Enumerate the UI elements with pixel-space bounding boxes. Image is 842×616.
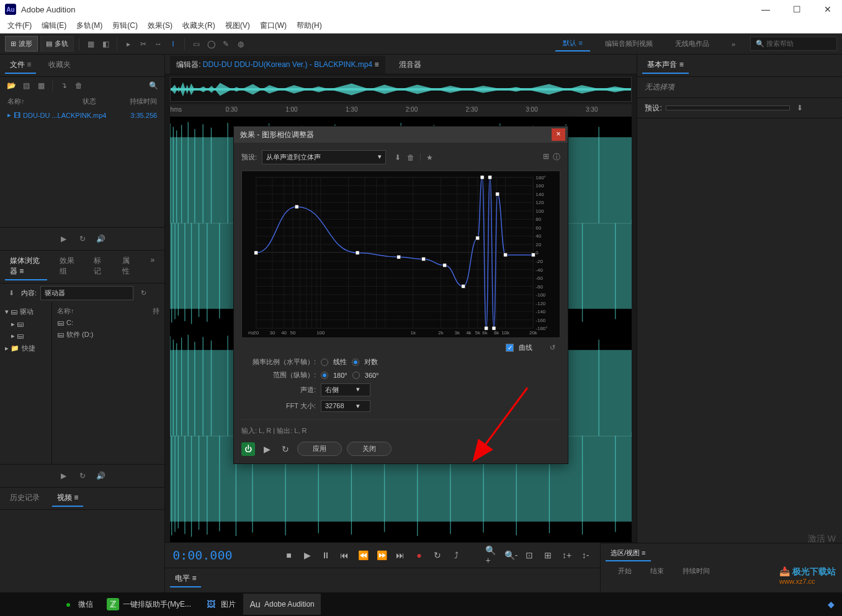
new-file-icon[interactable]: ▤	[20, 79, 32, 92]
tray-icon[interactable]: ◆	[825, 598, 837, 610]
properties-tab[interactable]: 属性	[117, 253, 138, 280]
effect-power-button[interactable]: ⏻	[241, 442, 255, 456]
record-button[interactable]: ●	[412, 548, 426, 562]
range-180-radio[interactable]	[321, 372, 328, 379]
marquee-tool-icon[interactable]: ▭	[190, 38, 202, 50]
es-preset-menu-icon[interactable]: ⬇	[794, 102, 806, 114]
zoom-in-icon[interactable]: 🔍+	[485, 548, 499, 562]
workspace-radio[interactable]: 无线电作品	[668, 37, 717, 51]
taskbar-typeset[interactable]: ℤ一键排版助手(MyE...	[101, 594, 197, 615]
hud-icon[interactable]: ▦	[84, 38, 97, 50]
menu-multitrack[interactable]: 多轨(M)	[71, 19, 107, 32]
zoom-out-icon[interactable]: 🔍-	[504, 548, 517, 562]
mb-loop-icon[interactable]: ↻	[76, 470, 89, 482]
effect-loop-button[interactable]: ↻	[279, 442, 292, 456]
goto-start-button[interactable]: ⏮	[338, 548, 351, 562]
zoom-out-v-icon[interactable]: ↕-	[578, 548, 592, 562]
forward-button[interactable]: ⏩	[375, 548, 388, 562]
waveform-overview[interactable]	[170, 77, 632, 102]
lasso-tool-icon[interactable]: ◯	[205, 38, 217, 50]
channel-select[interactable]: 右侧▾	[321, 383, 370, 396]
fft-select[interactable]: 32768▾	[321, 400, 370, 412]
apply-button[interactable]: 应用	[297, 442, 342, 456]
play-button[interactable]: ▶	[300, 548, 314, 562]
time-select-tool-icon[interactable]: I	[167, 38, 179, 50]
dialog-titlebar[interactable]: 效果 - 图形相位调整器 ×	[234, 127, 568, 143]
zoom-sel-icon[interactable]: ⊞	[541, 548, 555, 562]
es-preset-select[interactable]	[666, 105, 790, 110]
preset-save-icon[interactable]: ⬇	[393, 152, 402, 163]
mini-autoplay-icon[interactable]: 🔊	[95, 233, 107, 245]
mb-autoplay-icon[interactable]: 🔊	[95, 470, 107, 482]
files-col-name[interactable]: 名称↑	[7, 97, 83, 106]
files-col-status[interactable]: 状态	[83, 97, 114, 106]
video-tab[interactable]: 视频 ≡	[52, 490, 83, 507]
taskbar-audition[interactable]: AuAdobe Audition	[243, 594, 321, 615]
history-tab[interactable]: 历史记录	[5, 490, 45, 507]
files-col-duration[interactable]: 持续时间	[114, 97, 157, 106]
reset-icon[interactable]: ↺	[550, 344, 555, 352]
menu-help[interactable]: 帮助(H)	[292, 19, 327, 32]
timecode-display[interactable]: 0:00.000	[172, 548, 232, 563]
tree-shortcut[interactable]: ▸ 📁 快捷	[2, 342, 49, 355]
delete-icon[interactable]: 🗑	[73, 79, 85, 92]
spot-heal-tool-icon[interactable]: ◍	[235, 38, 247, 50]
minimize-button[interactable]: —	[756, 4, 775, 14]
media-browser-tab[interactable]: 媒体浏览器 ≡	[5, 253, 47, 280]
zoom-in-v-icon[interactable]: ↕+	[560, 548, 573, 562]
zoom-full-icon[interactable]: ⊡	[522, 548, 536, 562]
rewind-button[interactable]: ⏪	[356, 548, 370, 562]
brush-tool-icon[interactable]: ✎	[220, 38, 232, 50]
help-icon[interactable]: ⓘ	[553, 152, 560, 163]
content-select[interactable]: 驱动器	[40, 286, 133, 300]
linear-radio[interactable]	[321, 359, 328, 366]
close-button[interactable]: ✕	[818, 4, 837, 14]
maximize-button[interactable]: ☐	[787, 4, 806, 14]
workspace-default[interactable]: 默认 ≡	[555, 36, 589, 51]
favorites-tab[interactable]: 收藏夹	[43, 57, 76, 74]
menu-file[interactable]: 文件(F)	[2, 19, 37, 32]
mb-col-dur[interactable]: 持	[153, 306, 159, 316]
levels-tab[interactable]: 电平 ≡	[170, 571, 201, 587]
tree-drive-d[interactable]: ▸ 🖴	[2, 330, 49, 342]
curve-checkbox[interactable]: ✓	[506, 344, 514, 352]
mb-up-icon[interactable]: ⬇	[5, 287, 17, 299]
close-button-dialog[interactable]: 关闭	[347, 442, 392, 456]
dialog-close-button[interactable]: ×	[552, 128, 565, 141]
mini-loop-icon[interactable]: ↻	[76, 233, 89, 245]
workspace-more[interactable]: »	[724, 38, 743, 50]
mixer-tab[interactable]: 混音器	[393, 56, 428, 74]
effect-preview-button[interactable]: ▶	[260, 442, 274, 456]
goto-end-button[interactable]: ⏭	[393, 548, 407, 562]
search-icon[interactable]: 🔍	[147, 79, 159, 92]
mb-more[interactable]: »	[145, 253, 159, 280]
taskbar-images[interactable]: 🖼图片	[199, 594, 242, 615]
waveform-view-button[interactable]: ⊞波形	[5, 36, 38, 51]
preset-favorite-icon[interactable]: ★	[425, 152, 434, 163]
preset-select[interactable]: 从单声道到立体声▾	[262, 150, 386, 164]
file-row[interactable]: ▸🎞DDU-DU ...LACKPINK.mp4 3:35.256	[0, 109, 164, 122]
menu-clip[interactable]: 剪辑(C)	[107, 19, 143, 32]
files-tab[interactable]: 文件 ≡	[5, 57, 36, 74]
drive-d[interactable]: 🖴 软件 (D:)	[55, 328, 162, 341]
open-file-icon[interactable]: 📂	[5, 79, 17, 92]
menu-favorites[interactable]: 收藏夹(R)	[177, 19, 220, 32]
tree-drive-c[interactable]: ▸ 🖴	[2, 318, 49, 330]
pause-button[interactable]: ⏸	[319, 548, 333, 562]
editor-tab[interactable]: 编辑器: DDU-DU DDU-DU(Korean Ver.) - BLACKP…	[170, 56, 385, 74]
effects-rack-tab[interactable]: 效果组	[55, 253, 81, 280]
markers-tab[interactable]: 标记	[89, 253, 110, 280]
slip-tool-icon[interactable]: ↔	[152, 38, 164, 50]
multitrack-view-button[interactable]: ▤多轨	[40, 36, 74, 51]
taskbar-wechat[interactable]: ●微信	[56, 594, 99, 615]
insert-icon[interactable]: ↴	[58, 79, 70, 92]
drive-c[interactable]: 🖴 C:	[55, 317, 162, 328]
mb-refresh-icon[interactable]: ↻	[137, 287, 150, 299]
log-radio[interactable]	[352, 359, 359, 366]
range-360-radio[interactable]	[352, 372, 360, 379]
loop-button[interactable]: ↻	[431, 548, 444, 562]
phase-graph[interactable]: 180°160140120100806040200-20-40-60-80-10…	[241, 171, 560, 338]
menu-view[interactable]: 视图(V)	[220, 19, 255, 32]
menu-edit[interactable]: 编辑(E)	[37, 19, 71, 32]
spectral-icon[interactable]: ◧	[99, 38, 112, 50]
